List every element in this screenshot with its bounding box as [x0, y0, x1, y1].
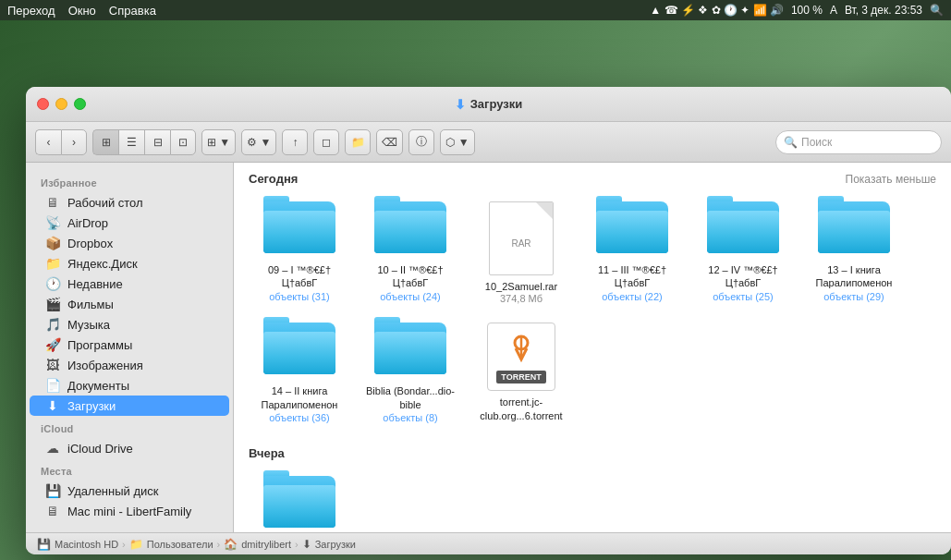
- sidebar-item-movies[interactable]: 🎬 Фильмы: [30, 294, 229, 314]
- dropbox-button[interactable]: ⬡ ▼: [440, 129, 474, 155]
- menubar-left: Переход Окно Справка: [7, 4, 156, 18]
- finder-window: ⬇ Загрузки ‹ › ⊞ ☰ ⊟ ⊡ ⊞ ▼ ⚙ ▼ ↑ ◻ 📁 ⌫ ⓘ…: [26, 87, 951, 554]
- breadcrumb-user[interactable]: 🏠 dmitrylibert: [224, 538, 291, 551]
- search-placeholder: Поиск: [801, 136, 832, 149]
- file-item-f7[interactable]: 14 – II книга Паралипоменон объекты (36): [249, 318, 350, 428]
- file-item-f5[interactable]: 12 – IV ™®€£† Ц†абвГ объекты (25): [692, 197, 794, 309]
- forward-button[interactable]: ›: [61, 129, 87, 155]
- menubar-datetime: Вт, 3 дек. 23:53: [845, 4, 922, 17]
- sidebar-label-desktop: Рабочий стол: [67, 196, 143, 210]
- back-button[interactable]: ‹: [35, 129, 61, 155]
- sidebar-item-remote-disk[interactable]: 💾 Удаленный диск: [30, 481, 229, 501]
- file-subtitle-f5: объекты (25): [713, 291, 774, 302]
- view-group: ⊞ ☰ ⊟ ⊡: [92, 129, 196, 155]
- sidebar-item-programs[interactable]: 🚀 Программы: [30, 335, 229, 355]
- torrent-icon: TORRENT: [487, 323, 555, 391]
- breadcrumb-sep-2: ›: [217, 539, 221, 550]
- search-box[interactable]: 🔍 Поиск: [775, 130, 942, 154]
- airdrop-icon: 📡: [44, 215, 61, 230]
- sidebar-item-recent[interactable]: 🕐 Недавние: [30, 274, 229, 294]
- view-col-button[interactable]: ⊟: [144, 129, 170, 155]
- sidebar-item-airdrop[interactable]: 📡 AirDrop: [30, 213, 229, 233]
- sidebar-item-desktop[interactable]: 🖥 Рабочий стол: [30, 192, 229, 213]
- info-button[interactable]: ⓘ: [408, 129, 434, 155]
- file-item-f3[interactable]: RAR 10_2Samuel.rar 374,8 Мб: [470, 197, 572, 309]
- sidebar-item-macmini[interactable]: 🖥 Mac mini - LibertFamily: [30, 501, 229, 521]
- file-subtitle-f8: объекты (8): [383, 412, 437, 423]
- breadcrumb-downloads[interactable]: ⬇ Загрузки: [302, 538, 356, 551]
- sidebar-label-images: Изображения: [67, 359, 143, 372]
- file-item-f6[interactable]: 13 – I книга Паралипоменон объекты (29): [803, 197, 905, 309]
- menu-okno[interactable]: Окно: [68, 4, 96, 18]
- share-button[interactable]: ↑: [282, 129, 308, 155]
- menubar-a: A: [830, 4, 837, 17]
- tag-button[interactable]: ◻: [313, 129, 339, 155]
- downloads-icon: ⬇: [44, 398, 61, 413]
- dropbox-sidebar-icon: 📦: [44, 236, 61, 250]
- breadcrumb-users[interactable]: 📁 Пользователи: [129, 538, 213, 551]
- file-name-f7: 14 – II книга Паралипоменон: [253, 384, 346, 411]
- sidebar-item-documents[interactable]: 📄 Документы: [30, 375, 229, 396]
- window-title-text: Загрузки: [470, 97, 523, 111]
- file-item-fy1[interactable]: [249, 471, 350, 532]
- users-folder-icon: 📁: [129, 538, 143, 551]
- today-file-grid: 09 – I ™®€£† Ц†абвГ объекты (31) 10 – II…: [249, 197, 936, 428]
- breadcrumb-hd-label: Macintosh HD: [55, 539, 118, 550]
- sidebar-label-music: Музыка: [67, 318, 110, 332]
- close-button[interactable]: [37, 98, 49, 110]
- breadcrumb-sep-1: ›: [122, 539, 126, 550]
- view-cover-button[interactable]: ⊡: [170, 129, 196, 155]
- macmini-icon: 🖥: [44, 504, 61, 518]
- user-home-icon: 🏠: [224, 538, 238, 551]
- action-button[interactable]: ⚙ ▼: [241, 129, 276, 155]
- remote-disk-icon: 💾: [44, 483, 61, 498]
- menubar-icons: ▲ ☎ ⚡ ❖ ✿ 🕐 ✦ 📶 🔊: [650, 4, 784, 17]
- view-list-button[interactable]: ☰: [118, 129, 144, 155]
- yandex-icon: 📁: [44, 256, 61, 271]
- folder-icon-fy1: [263, 476, 335, 532]
- sidebar-label-icloud: iCloud: [26, 416, 233, 438]
- sidebar-label-icloud-drive: iCloud Drive: [67, 442, 133, 456]
- sidebar-label-remote-disk: Удаленный диск: [67, 484, 158, 498]
- today-toggle[interactable]: Показать меньше: [846, 173, 936, 186]
- sidebar-item-music[interactable]: 🎵 Музыка: [30, 314, 229, 335]
- folder-icon-f1: [263, 201, 335, 259]
- file-item-f4[interactable]: 11 – III ™®€£† Ц†абвГ объекты (22): [581, 197, 683, 309]
- menu-spravka[interactable]: Справка: [109, 4, 156, 18]
- sidebar-item-dropbox[interactable]: 📦 Dropbox: [30, 233, 229, 253]
- sidebar-item-images[interactable]: 🖼 Изображения: [30, 355, 229, 375]
- sidebar-label-airdrop: AirDrop: [67, 216, 108, 230]
- new-folder-button[interactable]: 📁: [345, 129, 371, 155]
- breadcrumb-bar: 💾 Macintosh HD › 📁 Пользователи › 🏠 dmit…: [26, 532, 951, 554]
- traffic-lights: [37, 98, 86, 110]
- sidebar-item-downloads[interactable]: ⬇ Загрузки: [30, 396, 229, 416]
- breadcrumb-hd[interactable]: 💾 Macintosh HD: [37, 538, 118, 551]
- file-name-f8: Biblia (Bondar...dio-bible: [364, 384, 457, 411]
- file-subtitle-f2: объекты (24): [380, 291, 441, 302]
- minimize-button[interactable]: [55, 98, 67, 110]
- sidebar-label-downloads: Загрузки: [67, 399, 116, 413]
- rar-file-icon: RAR: [489, 201, 554, 275]
- sidebar-item-icloud-drive[interactable]: ☁ iCloud Drive: [30, 438, 229, 458]
- file-item-f1[interactable]: 09 – I ™®€£† Ц†абвГ объекты (31): [249, 197, 350, 309]
- folder-icon-f5: [707, 201, 779, 259]
- menubar-search-icon[interactable]: 🔍: [930, 4, 944, 17]
- file-item-f8[interactable]: Biblia (Bondar...dio-bible объекты (8): [360, 318, 461, 428]
- view-group-button[interactable]: ⊞ ▼: [201, 129, 236, 155]
- sidebar-item-yandex[interactable]: 📁 Яндекс.Диск: [30, 253, 229, 274]
- delete-button[interactable]: ⌫: [376, 129, 403, 155]
- file-item-f9[interactable]: TORRENT torrent.jc-club.org...6.torrent: [470, 318, 572, 428]
- maximize-button[interactable]: [74, 98, 86, 110]
- file-size-f3: 374,8 Мб: [500, 293, 543, 304]
- file-subtitle-f7: объекты (36): [269, 412, 330, 423]
- menubar: Переход Окно Справка ▲ ☎ ⚡ ❖ ✿ 🕐 ✦ 📶 🔊 1…: [0, 0, 951, 20]
- documents-icon: 📄: [44, 378, 61, 393]
- main-content: Избранное 🖥 Рабочий стол 📡 AirDrop 📦 Dro…: [26, 163, 951, 532]
- menu-perekhod[interactable]: Переход: [7, 4, 55, 18]
- file-item-f2[interactable]: 10 – II ™®€£† Ц†абвГ объекты (24): [360, 197, 461, 309]
- folder-icon-f4: [596, 201, 668, 259]
- toolbar: ‹ › ⊞ ☰ ⊟ ⊡ ⊞ ▼ ⚙ ▼ ↑ ◻ 📁 ⌫ ⓘ ⬡ ▼ 🔍 Поис…: [26, 122, 951, 163]
- sidebar-label-dropbox: Dropbox: [67, 237, 113, 250]
- view-icon-button[interactable]: ⊞: [92, 129, 118, 155]
- music-icon: 🎵: [44, 317, 61, 332]
